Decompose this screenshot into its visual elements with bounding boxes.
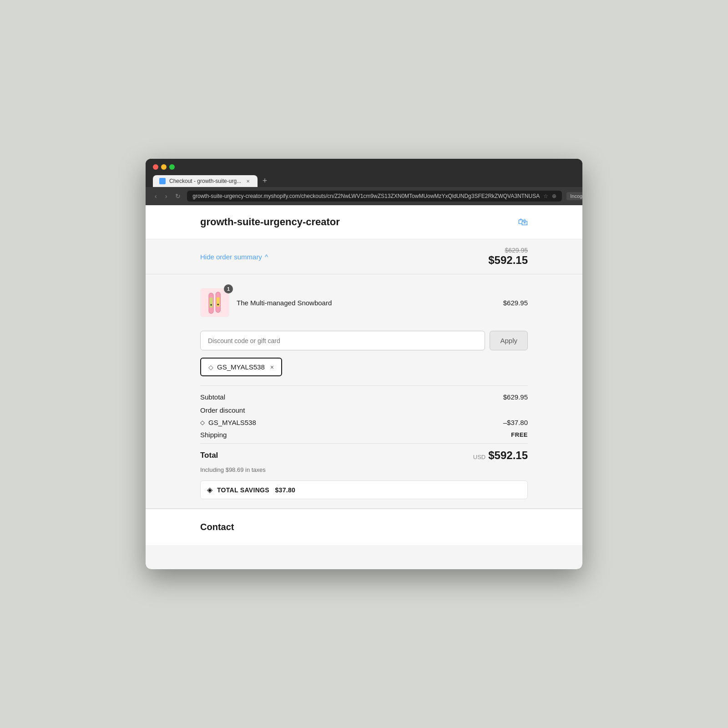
tab-bar: Checkout - growth-suite-urg... ✕ + [153, 174, 575, 187]
discount-row: Apply [200, 331, 528, 350]
quantity-badge: 1 [224, 284, 233, 293]
coupon-code-label: GS_MYALS538 [217, 363, 265, 371]
applied-discount-code: GS_MYALS538 [208, 419, 256, 426]
hide-order-label: Hide order summary [200, 253, 262, 261]
coupon-chip-wrap: ◇ GS_MYALS538 × [200, 358, 528, 376]
minimize-traffic-light[interactable] [161, 164, 167, 170]
shop-header: growth-suite-urgency-creator 🛍 [146, 205, 582, 239]
url-icons: ☆ ⊕ [543, 193, 556, 199]
new-tab-button[interactable]: + [258, 174, 271, 187]
svg-point-2 [210, 304, 212, 306]
cart-icon[interactable]: 🛍 [518, 216, 528, 228]
order-discount-line: Order discount [200, 404, 528, 417]
discount-code-input[interactable] [200, 331, 485, 350]
subtotal-label: Subtotal [200, 393, 225, 401]
total-line: Total USD $592.15 [200, 443, 528, 465]
shop-name: growth-suite-urgency-creator [200, 216, 340, 228]
hide-order-summary-button[interactable]: Hide order summary ^ [200, 253, 268, 261]
fullscreen-traffic-light[interactable] [169, 164, 175, 170]
svg-point-5 [217, 304, 219, 306]
order-discount-label: Order discount [200, 406, 245, 414]
product-image [200, 288, 229, 317]
refresh-button[interactable]: ↻ [173, 192, 182, 201]
product-image-wrap: 1 [200, 288, 229, 317]
address-bar: ‹ › ↻ growth-suite-urgency-creator.mysho… [146, 187, 582, 205]
shipping-line: Shipping FREE [200, 428, 528, 441]
coupon-remove-button[interactable]: × [270, 364, 274, 371]
incognito-button[interactable]: Incognito [566, 192, 582, 200]
product-row: 1 The Multi-managed Snowboard $629.95 [200, 283, 528, 322]
order-details: 1 The Multi-managed Snowboard $629.95 Ap… [146, 274, 582, 508]
svg-rect-1 [209, 298, 212, 308]
browser-window: Checkout - growth-suite-urg... ✕ + ‹ › ↻… [146, 159, 582, 569]
savings-icon: ◈ [207, 485, 212, 494]
savings-banner: ◈ TOTAL SAVINGS $37.80 [200, 480, 528, 499]
total-label: Total [200, 451, 218, 460]
discount-tag-icon: ◇ [200, 419, 205, 426]
traffic-lights [153, 164, 575, 170]
savings-value: $37.80 [275, 486, 295, 494]
coupon-chip: ◇ GS_MYALS538 × [200, 358, 282, 376]
shipping-label: Shipping [200, 431, 227, 439]
page-content: growth-suite-urgency-creator 🛍 Hide orde… [146, 205, 582, 569]
tab-favicon [159, 178, 166, 184]
contact-section: Contact [146, 509, 582, 545]
tab-close-button[interactable]: ✕ [245, 178, 251, 184]
url-text: growth-suite-urgency-creator.myshopify.c… [192, 193, 540, 199]
savings-label: TOTAL SAVINGS [217, 486, 269, 494]
summary-lines: Subtotal $629.95 Order discount ◇ GS_MYA… [200, 385, 528, 499]
discount-line-left: ◇ GS_MYALS538 [200, 419, 256, 426]
contact-title: Contact [200, 522, 234, 532]
total-currency: USD [473, 454, 485, 460]
product-left: 1 The Multi-managed Snowboard [200, 288, 332, 317]
current-price: $592.15 [488, 254, 528, 267]
apply-button[interactable]: Apply [490, 331, 528, 350]
close-traffic-light[interactable] [153, 164, 158, 170]
discount-code-line: ◇ GS_MYALS538 –$37.80 [200, 417, 528, 428]
forward-button[interactable]: › [163, 192, 169, 201]
chevron-up-icon: ^ [265, 253, 268, 261]
discount-amount: –$37.80 [503, 419, 528, 426]
total-right: USD $592.15 [473, 449, 528, 462]
product-price: $629.95 [503, 299, 528, 307]
bookmark-icon[interactable]: ☆ [543, 193, 548, 199]
url-bar[interactable]: growth-suite-urgency-creator.myshopify.c… [187, 191, 562, 202]
price-summary: $629.95 $592.15 [488, 247, 528, 267]
snowboard-svg [203, 289, 226, 316]
total-amount: $592.15 [488, 449, 528, 462]
coupon-tag-icon: ◇ [208, 364, 213, 371]
product-name: The Multi-managed Snowboard [237, 299, 332, 307]
original-price: $629.95 [488, 247, 528, 254]
tax-note: Including $98.69 in taxes [200, 465, 528, 479]
subtotal-line: Subtotal $629.95 [200, 390, 528, 404]
savings-text: TOTAL SAVINGS $37.80 [217, 486, 295, 494]
back-button[interactable]: ‹ [153, 192, 159, 201]
active-tab[interactable]: Checkout - growth-suite-urg... ✕ [153, 175, 258, 187]
browser-chrome: Checkout - growth-suite-urg... ✕ + [146, 159, 582, 187]
tab-title: Checkout - growth-suite-urg... [169, 178, 241, 184]
zoom-icon[interactable]: ⊕ [552, 193, 556, 199]
subtotal-value: $629.95 [503, 393, 528, 401]
order-summary-header: Hide order summary ^ $629.95 $592.15 [146, 239, 582, 274]
shipping-value: FREE [511, 431, 528, 438]
